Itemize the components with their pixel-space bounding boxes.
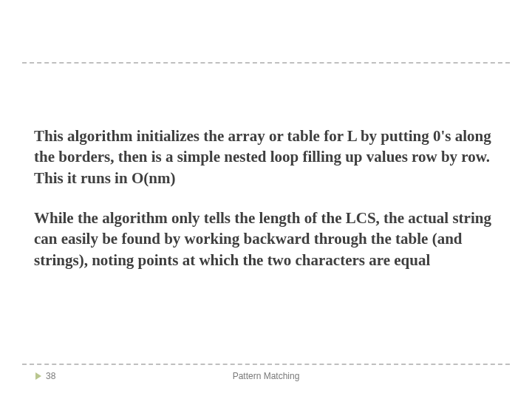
- top-divider: [22, 62, 510, 64]
- paragraph-2: While the algorithm only tells the lengt…: [34, 208, 498, 270]
- footer: 38 Pattern Matching: [0, 371, 532, 389]
- slide: This algorithm initializes the array or …: [0, 0, 532, 399]
- body-content: This algorithm initializes the array or …: [34, 126, 498, 290]
- footer-title: Pattern Matching: [0, 371, 532, 381]
- bottom-divider: [22, 364, 510, 365]
- paragraph-1: This algorithm initializes the array or …: [34, 126, 498, 188]
